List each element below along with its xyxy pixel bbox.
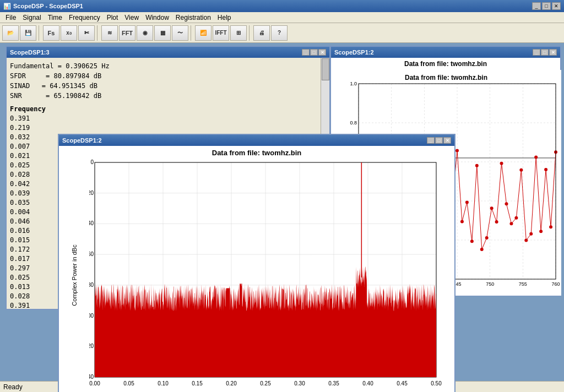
panel-right-close[interactable]: ✕ bbox=[549, 49, 557, 56]
stats-scrollbar-thumb[interactable] bbox=[322, 58, 329, 80]
stat-sfdr: SFDR = 80.897984 dB bbox=[10, 71, 326, 81]
menu-plot[interactable]: Plot bbox=[104, 13, 122, 23]
panel-stats-controls: _ □ ✕ bbox=[302, 49, 326, 56]
fft-button[interactable]: FFT bbox=[119, 25, 135, 41]
separator-3 bbox=[191, 25, 193, 41]
menu-signal[interactable]: Signal bbox=[19, 13, 44, 23]
panel-stats-close[interactable]: ✕ bbox=[318, 49, 326, 56]
grid-button[interactable]: ▦ bbox=[154, 25, 171, 41]
stat-snr: SNR = 65.190842 dB bbox=[10, 91, 326, 101]
menu-frequency[interactable]: Frequency bbox=[66, 13, 104, 23]
stat-sinad: SINAD = 64.951345 dB bbox=[10, 81, 326, 91]
help-button[interactable]: ? bbox=[271, 25, 288, 41]
maximize-button[interactable]: □ bbox=[542, 2, 551, 10]
separator-1 bbox=[39, 25, 41, 41]
bar-chart-button[interactable]: 📶 bbox=[195, 25, 212, 41]
panel-right-maximize[interactable]: □ bbox=[541, 49, 549, 56]
y-axis-label: Complex Power in dBc bbox=[71, 244, 78, 306]
title-bar: 📊 ScopeDSP - ScopeDSP1 _ □ ✕ bbox=[0, 0, 564, 12]
stat-fundamental: Fundamental = 0.390625 Hz bbox=[10, 61, 326, 71]
panel-main-title: ScopeDSP1:2 _ □ ✕ bbox=[59, 135, 454, 146]
panel-right-chart-title: Data from file: twomhz.bin bbox=[331, 58, 560, 70]
approx-button[interactable]: ≋ bbox=[101, 25, 118, 41]
status-text: Ready bbox=[3, 383, 23, 391]
panel-right-minimize[interactable]: _ bbox=[533, 49, 540, 56]
separator-4 bbox=[249, 25, 251, 41]
x0-button[interactable]: x₀ bbox=[61, 25, 77, 41]
print-button[interactable]: 🖨 bbox=[253, 25, 270, 41]
open-button[interactable]: 📂 bbox=[2, 25, 19, 41]
panel-main: ScopeDSP1:2 _ □ ✕ Data from file: twomhz… bbox=[58, 134, 455, 392]
title-bar-label: 📊 ScopeDSP - ScopeDSP1 bbox=[3, 3, 83, 10]
panel-stats-title: ScopeDSP1:3 _ □ ✕ bbox=[7, 47, 329, 58]
menu-window[interactable]: Window bbox=[142, 13, 172, 23]
panel-right-title: ScopeDSP1:2 _ □ ✕ bbox=[331, 47, 560, 58]
wave-button[interactable]: 〜 bbox=[172, 25, 188, 41]
circle-button[interactable]: ◉ bbox=[137, 25, 153, 41]
fs-button[interactable]: Fs bbox=[43, 25, 59, 41]
panel-main-close[interactable]: ✕ bbox=[443, 137, 451, 144]
panel-right-label: ScopeDSP1:2 bbox=[334, 49, 374, 56]
menu-registration[interactable]: Registration bbox=[172, 13, 214, 23]
main-spectrum-chart bbox=[89, 157, 442, 392]
panel-stats-maximize[interactable]: □ bbox=[310, 49, 318, 56]
panel-stats-minimize[interactable]: _ bbox=[302, 49, 310, 56]
panel-stats-label: ScopeDSP1:3 bbox=[10, 49, 50, 56]
close-button[interactable]: ✕ bbox=[552, 2, 561, 10]
save-button[interactable]: 💾 bbox=[20, 25, 36, 41]
menu-bar: File Signal Time Frequency Plot View Win… bbox=[0, 12, 564, 23]
panel-main-minimize[interactable]: _ bbox=[427, 137, 435, 144]
freq-value: 0.219 bbox=[10, 123, 326, 133]
panel-main-chart-title: Data from file: twomhz.bin bbox=[59, 146, 454, 157]
panel-main-maximize[interactable]: □ bbox=[435, 137, 443, 144]
freq-header: Frequency bbox=[10, 105, 326, 113]
menu-help[interactable]: Help bbox=[214, 13, 235, 23]
panel-main-label: ScopeDSP1:2 bbox=[62, 137, 102, 144]
title-bar-controls: _ □ ✕ bbox=[532, 2, 561, 10]
app-icon: 📊 bbox=[3, 3, 11, 10]
toolbar: 📂 💾 Fs x₀ ✄ ≋ FFT ◉ ▦ 〜 📶 IFFT ⊞ 🖨 ? bbox=[0, 23, 564, 43]
freq-value: 0.391 bbox=[10, 114, 326, 123]
menu-time[interactable]: Time bbox=[45, 13, 66, 23]
separator-2 bbox=[97, 25, 99, 41]
app-title: ScopeDSP - ScopeDSP1 bbox=[13, 3, 83, 9]
ifft-button[interactable]: IFFT bbox=[213, 25, 229, 41]
menu-view[interactable]: View bbox=[121, 13, 142, 23]
workspace: ScopeDSP1:3 _ □ ✕ Fundamental = 0.390625… bbox=[0, 43, 564, 381]
matrix-button[interactable]: ⊞ bbox=[230, 25, 247, 41]
menu-file[interactable]: File bbox=[2, 13, 19, 23]
cut-button[interactable]: ✄ bbox=[78, 25, 95, 41]
minimize-button[interactable]: _ bbox=[532, 2, 541, 10]
